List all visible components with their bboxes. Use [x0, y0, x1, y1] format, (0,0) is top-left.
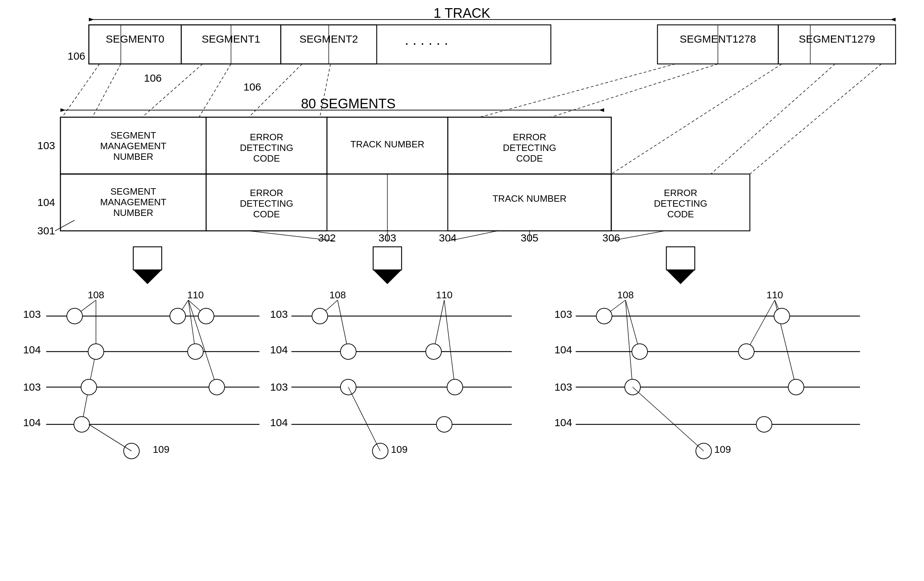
svg-point-88 — [436, 416, 452, 432]
svg-line-74 — [89, 425, 132, 451]
ref-110-mid: 110 — [436, 290, 453, 300]
ref-108-mid: 108 — [330, 290, 346, 300]
svg-marker-2 — [890, 18, 896, 21]
ref-103-right2: 103 — [554, 381, 572, 393]
svg-point-71 — [188, 344, 203, 359]
svg-line-42 — [711, 64, 835, 174]
tn-104: TRACK NUMBER — [493, 193, 566, 204]
ref-110-left: 110 — [187, 290, 204, 300]
svg-line-41 — [611, 64, 782, 174]
svg-line-109 — [633, 387, 704, 451]
edc-103-line2: DETECTING — [240, 142, 293, 153]
svg-rect-48 — [373, 247, 402, 270]
smn-103-line1: SEGMENT — [111, 130, 157, 141]
svg-point-86 — [426, 344, 441, 359]
svg-line-36 — [199, 64, 231, 117]
svg-point-66 — [88, 344, 104, 359]
edc2-103-line3: CODE — [516, 153, 543, 164]
ref-104-mid2: 104 — [270, 416, 288, 428]
ref-103-bot2: 103 — [23, 381, 41, 393]
svg-point-70 — [198, 308, 214, 324]
ref-106-2: 106 — [144, 72, 162, 84]
svg-point-105 — [739, 344, 754, 359]
ref-106-1: 106 — [68, 50, 85, 62]
svg-point-104 — [774, 308, 790, 324]
svg-line-43 — [750, 64, 881, 174]
svg-point-102 — [632, 344, 647, 359]
ref-302: 302 — [318, 232, 336, 244]
svg-marker-52 — [667, 270, 695, 284]
ref-104-bot2: 104 — [23, 416, 41, 428]
tn-103: TRACK NUMBER — [350, 139, 424, 150]
ref-103-bot1: 103 — [23, 308, 41, 320]
svg-point-107 — [756, 416, 772, 432]
svg-rect-51 — [667, 247, 695, 270]
ref-104-right1: 104 — [554, 344, 572, 356]
svg-line-33 — [62, 64, 99, 117]
svg-point-84 — [340, 344, 356, 359]
ref-109-right: 109 — [714, 444, 731, 455]
edc3-104-line2: DETECTING — [654, 198, 707, 209]
svg-line-34 — [92, 64, 121, 117]
ref-109-mid: 109 — [391, 444, 408, 455]
edc-104-line1: ERROR — [250, 188, 283, 198]
svg-point-67 — [81, 379, 97, 395]
ref-104-right2: 104 — [554, 416, 572, 428]
edc-103-line3: CODE — [253, 153, 280, 164]
svg-line-40 — [551, 64, 718, 117]
edc3-104-line1: ERROR — [664, 188, 697, 198]
smn-104-line2: MANAGEMENT — [100, 197, 166, 207]
ref-103-mid2: 103 — [270, 381, 288, 393]
segments-count-label: 80 SEGMENTS — [301, 96, 396, 111]
ref-301: 301 — [37, 225, 55, 237]
ref-104-bot1: 104 — [23, 344, 41, 356]
svg-point-83 — [312, 308, 328, 324]
diagram-container: 1 TRACK SEGMENT0 SEGMENT1 SEGMENT2 · · ·… — [0, 0, 924, 581]
svg-point-87 — [447, 379, 463, 395]
edc-104-line3: CODE — [253, 209, 280, 219]
svg-marker-1 — [89, 18, 94, 21]
dots1: · · · · · · — [405, 35, 448, 51]
smn-103-line3: NUMBER — [113, 151, 153, 162]
svg-marker-15 — [60, 108, 66, 112]
edc2-103-line2: DETECTING — [503, 142, 556, 153]
ref-306: 306 — [602, 232, 620, 244]
ref-103-right1: 103 — [554, 308, 572, 320]
edc3-104-line3: CODE — [667, 209, 694, 219]
ref-103-top: 103 — [37, 140, 55, 151]
svg-line-30 — [450, 231, 498, 241]
smn-104-line3: NUMBER — [113, 207, 153, 218]
svg-rect-45 — [133, 247, 162, 270]
svg-point-65 — [67, 308, 82, 324]
ref-110-right: 110 — [767, 290, 783, 300]
edc-104-line2: DETECTING — [240, 198, 293, 209]
ref-108-right: 108 — [617, 290, 634, 300]
svg-line-98 — [746, 300, 775, 352]
edc2-103-line1: ERROR — [513, 132, 546, 142]
svg-line-82 — [444, 300, 455, 387]
ref-108-left: 108 — [88, 290, 104, 300]
ref-106-3: 106 — [243, 81, 261, 93]
edc-103-line1: ERROR — [250, 132, 283, 142]
ref-104-top: 104 — [37, 196, 55, 208]
ref-304: 304 — [439, 232, 457, 244]
svg-line-27 — [55, 220, 74, 231]
svg-line-39 — [480, 64, 675, 117]
svg-point-69 — [170, 308, 185, 324]
segment0-label: SEGMENT0 — [106, 33, 164, 45]
smn-104-line1: SEGMENT — [111, 186, 157, 197]
ref-103-mid1: 103 — [270, 308, 288, 320]
svg-point-68 — [74, 416, 89, 432]
ref-104-mid1: 104 — [270, 344, 288, 356]
svg-point-72 — [209, 379, 224, 395]
track-label: 1 TRACK — [434, 6, 490, 21]
ref-109-left: 109 — [153, 444, 170, 455]
svg-marker-49 — [373, 270, 402, 284]
smn-103-line2: MANAGEMENT — [100, 141, 166, 151]
svg-point-106 — [788, 379, 804, 395]
main-svg: 1 TRACK SEGMENT0 SEGMENT1 SEGMENT2 · · ·… — [0, 0, 924, 581]
svg-point-101 — [596, 308, 612, 324]
svg-line-90 — [348, 387, 380, 451]
svg-marker-16 — [599, 108, 604, 112]
svg-marker-46 — [133, 270, 162, 284]
